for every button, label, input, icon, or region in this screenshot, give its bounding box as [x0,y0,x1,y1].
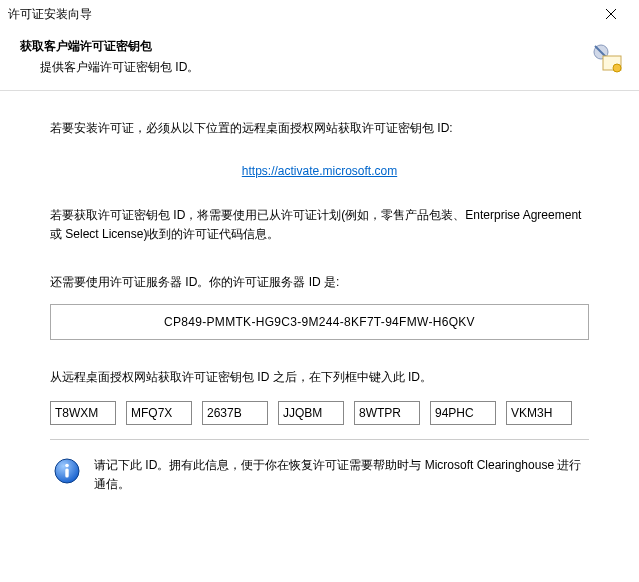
license-key-part-6[interactable] [430,401,496,425]
certificate-icon [589,42,623,79]
close-icon [605,8,617,20]
license-key-part-3[interactable] [202,401,268,425]
license-key-part-2[interactable] [126,401,192,425]
svg-point-7 [65,464,69,468]
license-key-part-5[interactable] [354,401,420,425]
license-key-part-1[interactable] [50,401,116,425]
code-info-text: 若要获取许可证密钥包 ID，将需要使用已从许可证计划(例如，零售产品包装、Ent… [50,206,589,244]
intro-text: 若要安装许可证，必须从以下位置的远程桌面授权网站获取许可证密钥包 ID: [50,119,589,138]
info-icon [54,458,80,487]
svg-point-5 [613,64,621,72]
license-key-part-7[interactable] [506,401,572,425]
enter-id-label: 从远程桌面授权网站获取许可证密钥包 ID 之后，在下列框中键入此 ID。 [50,368,589,387]
header-divider [0,90,639,91]
page-subheading: 提供客户端许可证密钥包 ID。 [20,59,619,76]
server-id-label: 还需要使用许可证服务器 ID。你的许可证服务器 ID 是: [50,273,589,292]
note-text: 请记下此 ID。拥有此信息，便于你在恢复许可证需要帮助时与 Microsoft … [94,456,589,494]
license-key-part-4[interactable] [278,401,344,425]
inputs-divider [50,439,589,440]
close-button[interactable] [591,2,631,26]
activate-link[interactable]: https://activate.microsoft.com [242,164,397,178]
server-id-value: CP849-PMMTK-HG9C3-9M244-8KF7T-94FMW-H6QK… [50,304,589,340]
page-heading: 获取客户端许可证密钥包 [20,38,619,55]
svg-rect-8 [65,468,68,477]
license-key-inputs [50,401,589,425]
window-title: 许可证安装向导 [8,6,92,23]
